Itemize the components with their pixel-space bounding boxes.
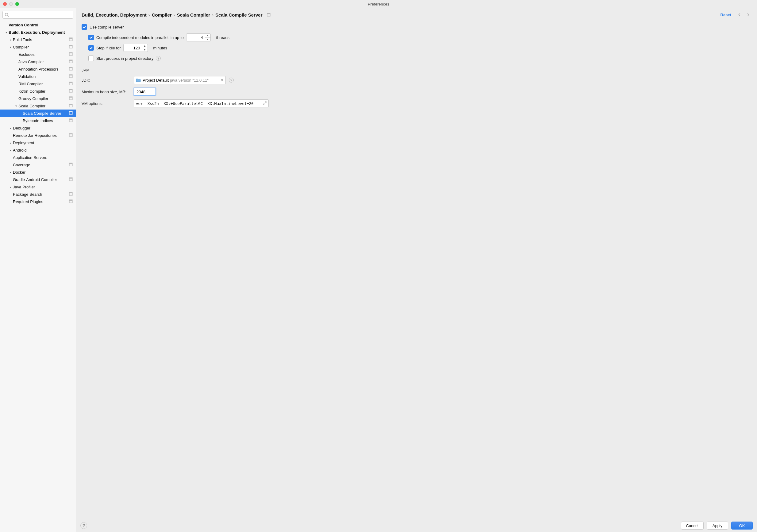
project-scope-icon [69,163,73,167]
vm-options-label: VM options: [81,101,134,106]
tree-item-version-control[interactable]: Version Control [0,21,76,29]
tree-item-excludes[interactable]: Excludes [0,50,76,58]
tree-item-java-compiler[interactable]: Java Compiler [0,58,76,65]
chevron-right-icon[interactable]: ▸ [9,185,12,189]
ok-button[interactable]: OK [731,521,753,530]
breadcrumb-item[interactable]: Build, Execution, Deployment [81,12,147,17]
tree-item-application-servers[interactable]: Application Servers [0,154,76,161]
reset-link[interactable]: Reset [720,13,731,17]
compile-parallel-label-prefix: Compile independent modules in parallel,… [96,35,184,40]
breadcrumb-item[interactable]: Compiler [152,12,172,17]
help-icon[interactable]: ? [156,56,161,61]
window-minimize-button[interactable] [9,2,13,6]
svg-rect-29 [69,163,73,164]
svg-point-0 [5,13,8,16]
chevron-down-icon[interactable]: ▾ [4,30,8,34]
tree-item-bytecode-indices[interactable]: Bytecode Indices [0,117,76,124]
tree-item-kotlin-compiler[interactable]: Kotlin Compiler [0,87,76,95]
jdk-combo[interactable]: Project Default java version "11.0.11" ▼ [134,76,226,84]
compile-parallel-threads-spinner[interactable]: ▲▼ [186,33,211,42]
use-compile-server-label: Use compile server [90,25,124,29]
svg-rect-13 [69,75,73,76]
chevron-down-icon[interactable]: ▾ [14,104,18,108]
compile-parallel-checkbox[interactable] [88,35,94,40]
stepper-down-icon[interactable]: ▼ [142,48,147,52]
content-pane: Build, Execution, Deployment › Compiler … [76,8,757,532]
chevron-right-icon[interactable]: ▸ [9,126,12,130]
svg-rect-27 [69,134,73,134]
breadcrumb-item[interactable]: Scala Compiler [177,12,210,17]
cancel-button[interactable]: Cancel [681,521,704,530]
compile-parallel-label-suffix: threads [216,35,229,40]
tree-item-scala-compiler[interactable]: ▾Scala Compiler [0,102,76,110]
breadcrumb-current: Scala Compile Server [215,12,262,17]
forward-button[interactable] [745,11,751,18]
stop-if-idle-minutes-spinner[interactable]: ▲▼ [123,44,148,52]
jdk-label: JDK: [81,78,134,82]
stop-if-idle-minutes-input[interactable] [124,44,142,51]
window-close-button[interactable] [3,2,7,6]
apply-button[interactable]: Apply [707,521,728,530]
tree-item-deployment[interactable]: ▸Deployment [0,139,76,146]
folder-icon [136,78,141,82]
stepper-up-icon[interactable]: ▲ [142,44,147,48]
project-scope-icon [69,133,73,138]
chevron-down-icon[interactable]: ▾ [9,45,12,49]
project-scope-icon [69,89,73,94]
back-button[interactable] [736,11,743,18]
jdk-value-detail: java version "11.0.11" [170,78,221,82]
chevron-right-icon[interactable]: ▸ [9,38,12,42]
heap-size-input[interactable] [134,88,156,96]
help-button[interactable]: ? [80,522,87,529]
divider [93,70,751,70]
tree-item-scala-compile-server[interactable]: Scala Compile Server [0,110,76,117]
use-compile-server-checkbox[interactable] [81,24,87,30]
svg-rect-11 [69,67,73,68]
tree-item-build-tools[interactable]: ▸Build Tools [0,36,76,43]
svg-rect-33 [69,192,73,193]
tree-item-docker[interactable]: ▸Docker [0,169,76,176]
start-in-project-dir-checkbox[interactable] [88,55,94,61]
jdk-value-main: Project Default [143,78,169,82]
project-scope-icon [69,96,73,101]
svg-rect-15 [69,82,73,83]
stop-if-idle-checkbox[interactable] [88,45,94,50]
dialog-footer: ? Cancel Apply OK [76,519,757,532]
chevron-right-icon: › [212,12,213,17]
heap-label: Maximum heap size, MB: [81,90,134,94]
vm-options-input[interactable]: ver -Xss2m -XX:+UseParallelGC -XX:MaxInl… [134,99,269,108]
chevron-right-icon[interactable]: ▸ [9,148,12,152]
search-input[interactable] [2,11,73,19]
stepper-up-icon[interactable]: ▲ [205,34,210,38]
compile-parallel-threads-input[interactable] [187,34,205,41]
titlebar: Preferences [0,0,757,8]
expand-icon[interactable] [263,101,266,106]
chevron-right-icon[interactable]: ▸ [9,170,12,174]
svg-rect-37 [267,13,270,14]
tree-item-debugger[interactable]: ▸Debugger [0,124,76,132]
tree-item-annotation-processors[interactable]: Annotation Processors [0,65,76,73]
tree-item-package-search[interactable]: Package Search [0,191,76,198]
svg-rect-3 [69,38,73,39]
svg-rect-35 [69,200,73,201]
tree-item-compiler[interactable]: ▾Compiler [0,43,76,50]
tree-item-java-profiler[interactable]: ▸Java Profiler [0,183,76,191]
project-scope-icon [69,111,73,116]
stepper-down-icon[interactable]: ▼ [205,38,210,42]
tree-item-validation[interactable]: Validation [0,73,76,80]
tree-item-android[interactable]: ▸Android [0,146,76,154]
vm-options-value: ver -Xss2m -XX:+UseParallelGC -XX:MaxInl… [136,101,262,106]
tree-item-groovy-compiler[interactable]: Groovy Compiler [0,95,76,102]
tree-item-gradle-android-compiler[interactable]: Gradle-Android Compiler [0,176,76,183]
tree-item-required-plugins[interactable]: Required Plugins [0,198,76,205]
project-scope-icon [69,45,73,49]
tree-item-build-execution-deployment[interactable]: ▾Build, Execution, Deployment [0,29,76,36]
help-icon[interactable]: ? [229,78,234,82]
window-zoom-button[interactable] [15,2,19,6]
chevron-right-icon[interactable]: ▸ [9,141,12,144]
tree-item-remote-jar-repositories[interactable]: Remote Jar Repositories [0,132,76,139]
tree-item-coverage[interactable]: Coverage [0,161,76,169]
project-scope-icon [69,74,73,79]
tree-item-rmi-compiler[interactable]: RMI Compiler [0,80,76,87]
project-scope-icon [69,59,73,64]
